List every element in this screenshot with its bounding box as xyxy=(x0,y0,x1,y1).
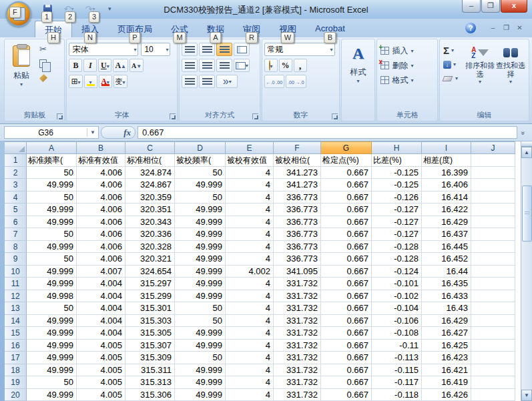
cell-I9[interactable]: 16.452 xyxy=(422,253,471,266)
cell-C16[interactable]: 315.307 xyxy=(125,340,175,352)
cell-D12[interactable]: 49.999 xyxy=(175,290,226,303)
cell-B17[interactable]: 4.005 xyxy=(77,352,125,364)
insert-cells-button[interactable]: 插入▾ xyxy=(379,43,435,58)
cell-F19[interactable]: 331.732 xyxy=(274,376,321,389)
row-header-18[interactable]: 18 xyxy=(5,364,27,377)
cell-H12[interactable]: -0.102 xyxy=(372,290,422,303)
cell-H11[interactable]: -0.101 xyxy=(372,278,422,290)
cell-D10[interactable]: 49.999 xyxy=(175,266,226,278)
cell-E17[interactable]: 4 xyxy=(226,352,274,364)
cell-J7[interactable] xyxy=(471,228,515,241)
cell-G17[interactable]: 0.667 xyxy=(321,352,372,364)
cell-I7[interactable]: 16.437 xyxy=(422,228,471,241)
increase-indent-button[interactable] xyxy=(199,75,215,88)
cell-F12[interactable]: 331.732 xyxy=(274,290,321,303)
cell-H17[interactable]: -0.113 xyxy=(372,352,422,364)
cell-A13[interactable]: 50 xyxy=(27,302,77,315)
cell-G9[interactable]: 0.667 xyxy=(321,253,372,266)
column-header-B[interactable]: B xyxy=(77,141,125,154)
row-header-13[interactable]: 13 xyxy=(5,302,27,315)
paste-button[interactable]: 粘贴 ▾ xyxy=(7,41,36,108)
column-header-G[interactable]: G xyxy=(321,141,372,154)
cell-E10[interactable]: 4.002 xyxy=(226,266,274,278)
cell-C13[interactable]: 315.301 xyxy=(125,302,175,315)
cell-G11[interactable]: 0.667 xyxy=(321,278,372,290)
cell-E6[interactable]: 4 xyxy=(226,216,274,229)
align-top-button[interactable] xyxy=(182,43,198,56)
column-header-I[interactable]: I xyxy=(422,141,471,154)
cell-G18[interactable]: 0.667 xyxy=(321,364,372,377)
cell-B15[interactable]: 4.004 xyxy=(77,327,125,340)
cell-E2[interactable]: 4 xyxy=(226,167,274,179)
cell-J10[interactable] xyxy=(471,266,515,278)
clipboard-dialog-launcher-icon[interactable] xyxy=(57,113,63,119)
cell-B6[interactable]: 4.006 xyxy=(77,216,125,229)
cell-H13[interactable]: -0.104 xyxy=(372,302,422,315)
workbook-close-button[interactable]: ✕ xyxy=(514,23,525,33)
cell-D5[interactable]: 49.999 xyxy=(175,204,226,216)
align-center-button[interactable] xyxy=(199,59,215,72)
tab-acrobat[interactable]: AcrobatB xyxy=(306,21,354,37)
font-name-combo[interactable]: 宋体▾ xyxy=(69,43,138,56)
cell-G14[interactable]: 0.667 xyxy=(321,315,372,328)
phonetic-guide-button[interactable]: 变▾ xyxy=(113,75,127,88)
column-header-D[interactable]: D xyxy=(175,141,226,154)
cell-E19[interactable]: 4 xyxy=(226,376,274,389)
cell-B18[interactable]: 4.005 xyxy=(77,364,125,377)
cell-I15[interactable]: 16.427 xyxy=(422,327,471,340)
cell-J18[interactable] xyxy=(471,364,515,377)
cell-F5[interactable]: 336.773 xyxy=(274,204,321,216)
cell-E8[interactable]: 4 xyxy=(226,241,274,254)
alignment-dialog-launcher-icon[interactable] xyxy=(252,113,258,119)
cell-H19[interactable]: -0.117 xyxy=(372,376,422,389)
cell-F13[interactable]: 331.732 xyxy=(274,302,321,315)
cell-I17[interactable]: 16.423 xyxy=(422,352,471,364)
cell-F20[interactable]: 331.732 xyxy=(274,389,321,401)
cell-J3[interactable] xyxy=(471,179,515,191)
number-format-combo[interactable]: 常规▾ xyxy=(264,43,335,56)
column-header-H[interactable]: H xyxy=(372,141,422,154)
underline-button[interactable]: U▾ xyxy=(98,59,111,72)
font-size-combo[interactable]: 10▾ xyxy=(141,43,170,56)
help-icon[interactable]: ? xyxy=(465,23,476,33)
cell-I4[interactable]: 16.414 xyxy=(422,191,471,204)
font-dialog-launcher-icon[interactable] xyxy=(170,113,176,119)
cell-E18[interactable]: 4 xyxy=(226,364,274,377)
cell-D8[interactable]: 49.999 xyxy=(175,241,226,254)
cell-F18[interactable]: 331.732 xyxy=(274,364,321,377)
scroll-up-button[interactable]: ▲ xyxy=(521,147,532,158)
tab-formulas[interactable]: 公式M xyxy=(162,21,198,37)
cell-C8[interactable]: 320.328 xyxy=(125,241,175,254)
cell-I19[interactable]: 16.419 xyxy=(422,376,471,389)
cell-A4[interactable]: 50 xyxy=(27,191,77,204)
select-all-button[interactable] xyxy=(5,141,27,154)
scrollbar-thumb[interactable] xyxy=(522,185,532,242)
cell-B10[interactable]: 4.007 xyxy=(77,266,125,278)
cell-E11[interactable]: 4 xyxy=(226,278,274,290)
cell-B11[interactable]: 4.004 xyxy=(77,278,125,290)
cell-I11[interactable]: 16.435 xyxy=(422,278,471,290)
number-dialog-launcher-icon[interactable] xyxy=(332,113,338,119)
cell-A6[interactable]: 49.999 xyxy=(27,216,77,229)
cell-F8[interactable]: 336.773 xyxy=(274,241,321,254)
cell-D9[interactable]: 49.999 xyxy=(175,253,226,266)
font-color-button[interactable]: A▾ xyxy=(99,75,112,88)
cell-D2[interactable]: 50 xyxy=(175,167,226,179)
cell-B16[interactable]: 4.005 xyxy=(77,340,125,352)
cell-H4[interactable]: -0.126 xyxy=(372,191,422,204)
row-header-12[interactable]: 12 xyxy=(5,290,27,303)
tab-review[interactable]: 审阅R xyxy=(234,21,270,37)
cell-F11[interactable]: 331.732 xyxy=(274,278,321,290)
tab-home[interactable]: 开始H xyxy=(35,21,72,37)
cell-D17[interactable]: 50 xyxy=(175,352,226,364)
cell-J4[interactable] xyxy=(471,191,515,204)
cell-H14[interactable]: -0.106 xyxy=(372,315,422,328)
cell-B20[interactable]: 4.005 xyxy=(77,389,125,401)
row-header-19[interactable]: 19 xyxy=(5,376,27,389)
wrap-text-button[interactable] xyxy=(234,43,250,56)
cell-B8[interactable]: 4.006 xyxy=(77,241,125,254)
cell-A14[interactable]: 49.999 xyxy=(27,315,77,328)
cell-D13[interactable]: 50 xyxy=(175,302,226,315)
cell-B2[interactable]: 4.006 xyxy=(77,167,125,179)
cell-H7[interactable]: -0.127 xyxy=(372,228,422,241)
